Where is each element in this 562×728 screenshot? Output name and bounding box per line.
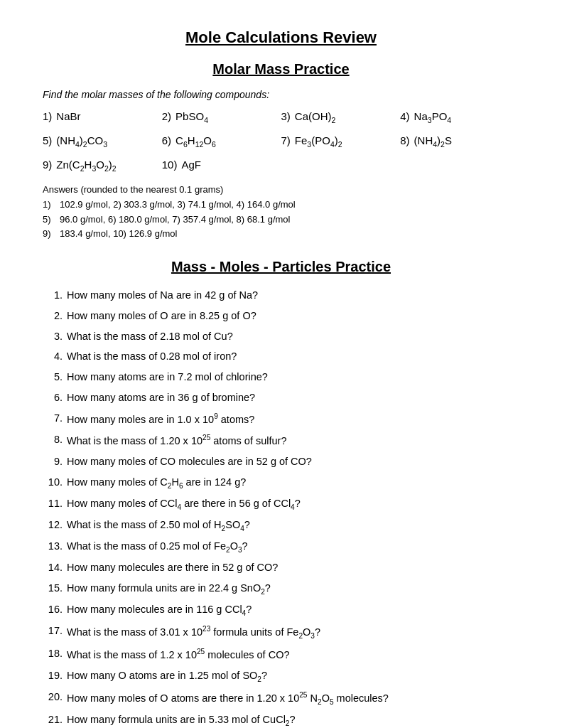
question-11: 11. How many moles of CCl4 are there in … [43, 496, 519, 513]
question-12: 12. What is the mass of 2.50 mol of H2SO… [43, 518, 519, 534]
ans-num-5: 5) [43, 213, 57, 228]
compound-9: 9) Zn(C2H3O2)2 [43, 159, 162, 173]
q-num-12: 12. [43, 518, 63, 534]
q-num-18: 18. [43, 646, 63, 663]
compound-6-formula: C6H12O6 [175, 134, 216, 149]
compound-1: 1) NaBr [43, 110, 162, 124]
compound-9-formula: Zn(C2H3O2)2 [56, 159, 116, 173]
ans-text-5: 96.0 g/mol, 6) 180.0 g/mol, 7) 357.4 g/m… [60, 213, 290, 228]
compound-6-num: 6) [162, 134, 171, 146]
compound-3-formula: Ca(OH)2 [295, 110, 336, 124]
compound-8-num: 8) [400, 134, 409, 146]
q-text-8: What is the mass of 1.20 x 1025 atoms of… [67, 432, 519, 449]
q-text-2: How many moles of O are in 8.25 g of O? [67, 309, 519, 324]
question-18: 18. What is the mass of 1.2 x 1025 molec… [43, 646, 519, 663]
question-19: 19. How many O atoms are in 1.25 mol of … [43, 668, 519, 685]
q-num-14: 14. [43, 560, 63, 576]
question-5: 5. How many atoms are in 7.2 mol of chlo… [43, 370, 519, 385]
compound-7: 7) Fe3(PO4)2 [281, 134, 401, 149]
q-num-5: 5. [43, 370, 63, 385]
q-num-2: 2. [43, 309, 63, 324]
q-text-17: What is the mass of 3.01 x 1023 formula … [67, 623, 519, 641]
compound-4: 4) Na3PO4 [400, 110, 519, 124]
compounds-grid: 1) NaBr 2) PbSO4 3) Ca(OH)2 4) Na3PO4 5)… [43, 110, 519, 173]
compound-2-num: 2) [162, 110, 171, 122]
main-title: Mole Calculations Review [43, 28, 519, 47]
q-text-1: How many moles of Na are in 42 g of Na? [67, 288, 519, 304]
question-6: 6. How many atoms are in 36 g of bromine… [43, 390, 519, 406]
q-text-21: How many formula units are in 5.33 mol o… [67, 712, 519, 728]
q-text-7: How many moles are in 1.0 x 109 atoms? [67, 411, 519, 428]
question-8: 8. What is the mass of 1.20 x 1025 atoms… [43, 432, 519, 449]
answers-title: Answers (rounded to the nearest 0.1 gram… [43, 183, 519, 198]
q-num-19: 19. [43, 668, 63, 685]
q-num-21: 21. [43, 712, 63, 728]
q-text-12: What is the mass of 2.50 mol of H2SO4? [67, 518, 519, 534]
q-num-6: 6. [43, 390, 63, 406]
compound-8: 8) (NH4)2S [400, 134, 519, 149]
question-16: 16. How many molecules are in 116 g CCl4… [43, 602, 519, 619]
compound-4-num: 4) [400, 110, 409, 122]
compound-2: 2) PbSO4 [162, 110, 281, 124]
compound-10-num: 10) [162, 159, 178, 171]
compound-7-num: 7) [281, 134, 291, 146]
answer-row-9: 9) 183.4 g/mol, 10) 126.9 g/mol [43, 227, 519, 242]
q-text-11: How many moles of CCl4 are there in 56 g… [67, 496, 519, 513]
questions-list: 1. How many moles of Na are in 42 g of N… [43, 288, 519, 728]
q-num-20: 20. [43, 690, 63, 707]
q-num-10: 10. [43, 475, 63, 491]
compound-1-num: 1) [43, 110, 52, 122]
ans-text-9: 183.4 g/mol, 10) 126.9 g/mol [60, 227, 178, 242]
q-text-16: How many molecules are in 116 g CCl4? [67, 602, 519, 619]
ans-num-9: 9) [43, 227, 57, 242]
q-text-20: How many moles of O atoms are there in 1… [67, 690, 519, 707]
question-2: 2. How many moles of O are in 8.25 g of … [43, 309, 519, 324]
q-num-8: 8. [43, 432, 63, 449]
question-15: 15. How many formula units are in 22.4 g… [43, 581, 519, 597]
question-1: 1. How many moles of Na are in 42 g of N… [43, 288, 519, 304]
compound-5-formula: (NH4)2CO3 [56, 134, 107, 149]
question-20: 20. How many moles of O atoms are there … [43, 690, 519, 707]
ans-num-1: 1) [43, 198, 57, 213]
q-text-13: What is the mass of 0.25 mol of Fe2O3? [67, 539, 519, 555]
q-num-4: 4. [43, 349, 63, 365]
compound-1-formula: NaBr [56, 110, 80, 122]
question-13: 13. What is the mass of 0.25 mol of Fe2O… [43, 539, 519, 555]
q-text-10: How many moles of C2H6 are in 124 g? [67, 475, 519, 491]
q-num-16: 16. [43, 602, 63, 619]
q-text-5: How many atoms are in 7.2 mol of chlorin… [67, 370, 519, 385]
compound-5: 5) (NH4)2CO3 [43, 134, 162, 149]
compound-10: 10) AgF [162, 159, 281, 173]
compound-9-num: 9) [43, 159, 52, 171]
question-7: 7. How many moles are in 1.0 x 109 atoms… [43, 411, 519, 428]
section2-title: Mass - Moles - Particles Practice [43, 259, 519, 275]
question-3: 3. What is the mass of 2.18 mol of Cu? [43, 329, 519, 345]
compound-2-formula: PbSO4 [175, 110, 208, 124]
question-4: 4. What is the mass of 0.28 mol of iron? [43, 349, 519, 365]
answers-section: Answers (rounded to the nearest 0.1 gram… [43, 183, 519, 242]
q-text-18: What is the mass of 1.2 x 1025 molecules… [67, 646, 519, 663]
question-10: 10. How many moles of C2H6 are in 124 g? [43, 475, 519, 491]
q-text-15: How many formula units are in 22.4 g SnO… [67, 581, 519, 597]
q-num-15: 15. [43, 581, 63, 597]
question-21: 21. How many formula units are in 5.33 m… [43, 712, 519, 728]
q-text-4: What is the mass of 0.28 mol of iron? [67, 349, 519, 365]
q-num-9: 9. [43, 454, 63, 470]
question-17: 17. What is the mass of 3.01 x 1023 form… [43, 623, 519, 641]
answer-row-1: 1) 102.9 g/mol, 2) 303.3 g/mol, 3) 74.1 … [43, 198, 519, 213]
q-num-11: 11. [43, 496, 63, 513]
compound-3: 3) Ca(OH)2 [281, 110, 401, 124]
compound-3-num: 3) [281, 110, 291, 122]
section1-intro: Find the molar masses of the following c… [43, 89, 519, 100]
question-14: 14. How many molecules are there in 52 g… [43, 560, 519, 576]
compound-5-num: 5) [43, 134, 52, 146]
q-text-3: What is the mass of 2.18 mol of Cu? [67, 329, 519, 345]
q-num-17: 17. [43, 623, 63, 641]
q-text-19: How many O atoms are in 1.25 mol of SO2? [67, 668, 519, 685]
compound-8-formula: (NH4)2S [414, 134, 452, 149]
compound-4-formula: Na3PO4 [414, 110, 452, 124]
ans-text-1: 102.9 g/mol, 2) 303.3 g/mol, 3) 74.1 g/m… [60, 198, 296, 213]
q-text-14: How many molecules are there in 52 g of … [67, 560, 519, 576]
q-num-1: 1. [43, 288, 63, 304]
q-num-7: 7. [43, 411, 63, 428]
